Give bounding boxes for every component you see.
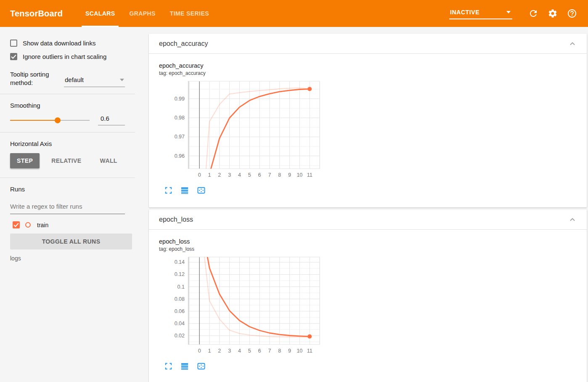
- fullscreen-button[interactable]: [163, 361, 173, 371]
- chart-toolbar: [163, 186, 577, 196]
- chevron-up-icon: [567, 215, 577, 225]
- svg-text:5: 5: [248, 348, 251, 354]
- collapse-group-button[interactable]: [567, 39, 577, 49]
- svg-text:11: 11: [307, 348, 313, 354]
- chart-toolbar: [163, 361, 577, 371]
- tag-group-body: epoch_accuracy tag: epoch_accuracy 0.960…: [149, 54, 587, 207]
- axis-relative-button[interactable]: RELATIVE: [45, 153, 88, 168]
- fit-domain-button[interactable]: [196, 361, 206, 371]
- smoothing-row: 0.6: [10, 115, 125, 125]
- axis-wall-button[interactable]: WALL: [93, 153, 124, 168]
- help-button[interactable]: [567, 8, 577, 19]
- app-title: TensorBoard: [10, 0, 78, 27]
- svg-text:0.12: 0.12: [175, 271, 185, 277]
- toggle-all-runs-button[interactable]: TOGGLE ALL RUNS: [10, 233, 132, 249]
- svg-text:3: 3: [228, 172, 231, 178]
- refresh-icon: [528, 8, 538, 19]
- chart-title: epoch_accuracy: [159, 62, 577, 69]
- svg-text:0.1: 0.1: [177, 284, 185, 290]
- scalar-chart-epoch-loss[interactable]: 0.020.040.060.080.10.120.140123456789101…: [159, 255, 577, 359]
- tooltip-sorting-value: default: [65, 76, 84, 83]
- svg-text:11: 11: [307, 172, 313, 178]
- svg-text:2: 2: [218, 348, 221, 354]
- log-scale-icon: [180, 361, 190, 371]
- checkbox-unchecked-icon[interactable]: [10, 40, 17, 47]
- log-scale-button[interactable]: [180, 361, 190, 371]
- collapse-group-button[interactable]: [567, 215, 577, 225]
- show-download-links-row[interactable]: Show data download links: [10, 40, 125, 47]
- runs-label: Runs: [10, 186, 125, 193]
- svg-text:0.96: 0.96: [175, 153, 185, 159]
- fit-domain-button[interactable]: [196, 186, 206, 196]
- chevron-up-icon: [567, 39, 577, 49]
- svg-text:0.98: 0.98: [175, 115, 185, 121]
- fit-domain-icon: [196, 361, 206, 371]
- log-directory: logs: [10, 255, 125, 262]
- help-icon: [567, 8, 577, 19]
- smoothing-slider[interactable]: [10, 117, 90, 124]
- tab-time-series[interactable]: TIME SERIES: [163, 0, 216, 27]
- main-tabs: SCALARS GRAPHS TIME SERIES: [78, 0, 216, 27]
- chart-tag: tag: epoch_accuracy: [159, 70, 577, 76]
- svg-text:0.97: 0.97: [175, 134, 185, 140]
- fullscreen-button[interactable]: [163, 186, 173, 196]
- svg-text:6: 6: [258, 348, 261, 354]
- tag-group-header[interactable]: epoch_loss: [149, 210, 587, 230]
- smoothing-label: Smoothing: [10, 102, 125, 109]
- caret-down-icon: [120, 79, 124, 81]
- runs-filter-input[interactable]: [10, 201, 125, 214]
- checkbox-checked-icon[interactable]: [10, 53, 17, 60]
- tag-group-card-epoch-accuracy: epoch_accuracy epoch_accuracy tag: epoch…: [149, 34, 587, 207]
- svg-text:2: 2: [218, 172, 221, 178]
- svg-text:0: 0: [198, 348, 201, 354]
- svg-text:1: 1: [208, 172, 211, 178]
- tab-scalars[interactable]: SCALARS: [78, 0, 122, 27]
- svg-text:4: 4: [238, 172, 241, 178]
- svg-text:10: 10: [297, 172, 302, 178]
- tooltip-sorting-select[interactable]: default: [64, 74, 125, 87]
- svg-text:9: 9: [288, 348, 291, 354]
- chart-title: epoch_loss: [159, 238, 577, 245]
- slider-track[interactable]: [10, 120, 90, 121]
- smoothing-value[interactable]: 0.6: [98, 115, 125, 125]
- svg-text:0.06: 0.06: [175, 308, 185, 314]
- svg-text:0.99: 0.99: [175, 96, 185, 102]
- smoothing-thumb[interactable]: [55, 117, 61, 123]
- show-download-links-label: Show data download links: [23, 40, 95, 47]
- svg-text:7: 7: [268, 172, 271, 178]
- refresh-button[interactable]: [528, 8, 538, 19]
- caret-down-icon: [506, 11, 511, 13]
- divider: [0, 94, 135, 94]
- run-color-swatch-icon[interactable]: [25, 222, 31, 228]
- svg-text:0: 0: [198, 172, 201, 178]
- axis-step-button[interactable]: STEP: [10, 153, 40, 168]
- gear-icon: [548, 8, 558, 19]
- divider: [0, 132, 135, 133]
- tag-group-body: epoch_loss tag: epoch_loss 0.020.040.060…: [149, 230, 587, 382]
- svg-text:5: 5: [248, 172, 251, 178]
- tooltip-sorting-label: Tooltip sorting method:: [10, 70, 64, 87]
- horizontal-axis-toggle: STEP RELATIVE WALL: [10, 153, 125, 168]
- tab-graphs[interactable]: GRAPHS: [122, 0, 162, 27]
- svg-text:0.02: 0.02: [175, 333, 185, 339]
- smoothing-fill: [10, 120, 58, 121]
- log-scale-button[interactable]: [180, 186, 190, 196]
- svg-text:8: 8: [278, 172, 281, 178]
- run-name: train: [37, 222, 48, 228]
- settings-button[interactable]: [548, 8, 558, 19]
- ignore-outliers-label: Ignore outliers in chart scaling: [23, 53, 106, 60]
- svg-text:0.08: 0.08: [175, 296, 185, 302]
- scalar-chart-epoch-accuracy[interactable]: 0.960.970.980.9901234567891011: [159, 79, 577, 183]
- svg-text:6: 6: [258, 172, 261, 178]
- fit-domain-icon: [196, 186, 206, 195]
- tag-group-header[interactable]: epoch_accuracy: [149, 34, 587, 54]
- run-checkbox-checked-icon[interactable]: [13, 221, 20, 228]
- ignore-outliers-row[interactable]: Ignore outliers in chart scaling: [10, 53, 125, 60]
- tag-group-title: epoch_accuracy: [159, 40, 208, 48]
- svg-text:8: 8: [278, 348, 281, 354]
- svg-text:1: 1: [208, 348, 211, 354]
- reload-status-value: INACTIVE: [450, 9, 479, 16]
- run-row-train[interactable]: train: [13, 221, 125, 228]
- reload-status-dropdown[interactable]: INACTIVE: [449, 8, 512, 19]
- svg-text:4: 4: [238, 348, 241, 354]
